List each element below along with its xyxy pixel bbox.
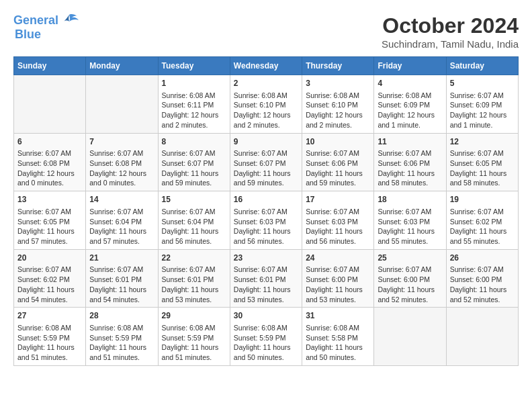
calendar-cell: 24Sunrise: 6:07 AM Sunset: 6:00 PM Dayli…: [302, 249, 374, 308]
logo-blue: Blue: [15, 28, 41, 42]
calendar-cell: 23Sunrise: 6:07 AM Sunset: 6:01 PM Dayli…: [230, 249, 302, 308]
day-number: 16: [234, 194, 298, 205]
calendar-header-row: SundayMondayTuesdayWednesdayThursdayFrid…: [14, 57, 519, 75]
day-number: 14: [89, 194, 154, 205]
calendar-cell: 6Sunrise: 6:07 AM Sunset: 6:08 PM Daylig…: [14, 133, 86, 191]
calendar-cell: 18Sunrise: 6:07 AM Sunset: 6:03 PM Dayli…: [374, 191, 446, 250]
day-number: 2: [234, 78, 298, 89]
day-number: 29: [162, 310, 226, 322]
calendar-body: 1Sunrise: 6:08 AM Sunset: 6:11 PM Daylig…: [14, 75, 519, 366]
calendar-week-row: 27Sunrise: 6:08 AM Sunset: 5:59 PM Dayli…: [14, 308, 519, 366]
calendar-cell: 4Sunrise: 6:08 AM Sunset: 6:09 PM Daylig…: [374, 75, 446, 134]
day-number: 11: [378, 136, 442, 148]
day-of-week-header: Saturday: [446, 57, 518, 75]
logo-bird-icon: [60, 13, 79, 28]
day-info: Sunrise: 6:07 AM Sunset: 6:07 PM Dayligh…: [162, 148, 226, 188]
day-number: 15: [162, 194, 226, 205]
calendar-cell: 28Sunrise: 6:08 AM Sunset: 5:59 PM Dayli…: [86, 308, 158, 366]
logo: General Blue: [13, 13, 79, 42]
day-info: Sunrise: 6:07 AM Sunset: 6:00 PM Dayligh…: [378, 265, 442, 304]
calendar-cell: 29Sunrise: 6:08 AM Sunset: 5:59 PM Dayli…: [158, 308, 230, 366]
day-info: Sunrise: 6:07 AM Sunset: 6:00 PM Dayligh…: [306, 265, 370, 304]
day-info: Sunrise: 6:07 AM Sunset: 6:03 PM Dayligh…: [378, 207, 442, 246]
calendar-table: SundayMondayTuesdayWednesdayThursdayFrid…: [13, 56, 519, 366]
day-number: 7: [89, 136, 154, 148]
page-header: General Blue October 2024 Suchindram, Ta…: [13, 13, 519, 50]
day-info: Sunrise: 6:07 AM Sunset: 6:07 PM Dayligh…: [234, 148, 298, 188]
calendar-week-row: 6Sunrise: 6:07 AM Sunset: 6:08 PM Daylig…: [14, 133, 519, 191]
day-number: 20: [17, 253, 82, 264]
calendar-cell: 15Sunrise: 6:07 AM Sunset: 6:04 PM Dayli…: [158, 191, 230, 250]
day-number: 30: [234, 310, 298, 322]
day-number: 19: [450, 194, 515, 205]
day-info: Sunrise: 6:07 AM Sunset: 6:04 PM Dayligh…: [162, 207, 226, 246]
day-of-week-header: Wednesday: [230, 57, 302, 75]
calendar-cell: [446, 308, 518, 366]
day-info: Sunrise: 6:07 AM Sunset: 6:01 PM Dayligh…: [234, 265, 298, 304]
day-number: 5: [450, 78, 515, 89]
calendar-cell: 19Sunrise: 6:07 AM Sunset: 6:02 PM Dayli…: [446, 191, 518, 250]
calendar-cell: 27Sunrise: 6:08 AM Sunset: 5:59 PM Dayli…: [14, 308, 86, 366]
calendar-cell: 10Sunrise: 6:07 AM Sunset: 6:06 PM Dayli…: [302, 133, 374, 191]
logo-text: General: [13, 14, 58, 28]
calendar-cell: 1Sunrise: 6:08 AM Sunset: 6:11 PM Daylig…: [158, 75, 230, 134]
day-info: Sunrise: 6:07 AM Sunset: 6:03 PM Dayligh…: [306, 207, 370, 246]
day-info: Sunrise: 6:07 AM Sunset: 6:02 PM Dayligh…: [450, 207, 515, 246]
day-info: Sunrise: 6:08 AM Sunset: 5:59 PM Dayligh…: [234, 323, 298, 363]
calendar-cell: 25Sunrise: 6:07 AM Sunset: 6:00 PM Dayli…: [374, 249, 446, 308]
day-number: 18: [378, 194, 442, 205]
calendar-cell: 2Sunrise: 6:08 AM Sunset: 6:10 PM Daylig…: [230, 75, 302, 134]
location: Suchindram, Tamil Nadu, India: [382, 38, 519, 50]
day-number: 26: [450, 253, 515, 264]
day-info: Sunrise: 6:07 AM Sunset: 6:06 PM Dayligh…: [378, 148, 442, 188]
day-of-week-header: Monday: [86, 57, 158, 75]
day-info: Sunrise: 6:08 AM Sunset: 6:11 PM Dayligh…: [162, 91, 226, 130]
calendar-cell: 31Sunrise: 6:08 AM Sunset: 5:58 PM Dayli…: [302, 308, 374, 366]
calendar-cell: 13Sunrise: 6:07 AM Sunset: 6:05 PM Dayli…: [14, 191, 86, 250]
day-info: Sunrise: 6:08 AM Sunset: 5:59 PM Dayligh…: [89, 323, 154, 363]
day-info: Sunrise: 6:07 AM Sunset: 6:03 PM Dayligh…: [234, 207, 298, 246]
day-of-week-header: Sunday: [14, 57, 86, 75]
calendar-cell: 22Sunrise: 6:07 AM Sunset: 6:01 PM Dayli…: [158, 249, 230, 308]
day-info: Sunrise: 6:08 AM Sunset: 5:59 PM Dayligh…: [17, 323, 82, 363]
day-info: Sunrise: 6:07 AM Sunset: 6:05 PM Dayligh…: [450, 148, 515, 188]
month-title: October 2024: [382, 13, 519, 38]
day-of-week-header: Friday: [374, 57, 446, 75]
calendar-cell: 26Sunrise: 6:07 AM Sunset: 6:00 PM Dayli…: [446, 249, 518, 308]
day-number: 8: [162, 136, 226, 148]
day-number: 23: [234, 253, 298, 264]
day-info: Sunrise: 6:08 AM Sunset: 6:10 PM Dayligh…: [306, 91, 370, 130]
day-info: Sunrise: 6:07 AM Sunset: 6:01 PM Dayligh…: [162, 265, 226, 304]
day-info: Sunrise: 6:07 AM Sunset: 6:05 PM Dayligh…: [17, 207, 82, 246]
day-number: 6: [17, 136, 82, 148]
day-info: Sunrise: 6:08 AM Sunset: 6:10 PM Dayligh…: [234, 91, 298, 130]
day-number: 31: [306, 310, 370, 322]
day-info: Sunrise: 6:07 AM Sunset: 6:01 PM Dayligh…: [89, 265, 154, 304]
calendar-cell: 21Sunrise: 6:07 AM Sunset: 6:01 PM Dayli…: [86, 249, 158, 308]
day-info: Sunrise: 6:08 AM Sunset: 5:58 PM Dayligh…: [306, 323, 370, 363]
title-section: October 2024 Suchindram, Tamil Nadu, Ind…: [382, 13, 519, 50]
calendar-week-row: 1Sunrise: 6:08 AM Sunset: 6:11 PM Daylig…: [14, 75, 519, 134]
calendar-cell: 14Sunrise: 6:07 AM Sunset: 6:04 PM Dayli…: [86, 191, 158, 250]
day-number: 3: [306, 78, 370, 89]
day-number: 1: [162, 78, 226, 89]
calendar-cell: 17Sunrise: 6:07 AM Sunset: 6:03 PM Dayli…: [302, 191, 374, 250]
calendar-cell: 7Sunrise: 6:07 AM Sunset: 6:08 PM Daylig…: [86, 133, 158, 191]
day-info: Sunrise: 6:07 AM Sunset: 6:06 PM Dayligh…: [306, 148, 370, 188]
calendar-cell: [14, 75, 86, 134]
day-info: Sunrise: 6:07 AM Sunset: 6:02 PM Dayligh…: [17, 265, 82, 304]
day-number: 27: [17, 310, 82, 322]
calendar-cell: 5Sunrise: 6:07 AM Sunset: 6:09 PM Daylig…: [446, 75, 518, 134]
day-number: 21: [89, 253, 154, 264]
calendar-cell: 8Sunrise: 6:07 AM Sunset: 6:07 PM Daylig…: [158, 133, 230, 191]
day-info: Sunrise: 6:07 AM Sunset: 6:09 PM Dayligh…: [450, 91, 515, 130]
day-number: 22: [162, 253, 226, 264]
day-number: 4: [378, 78, 442, 89]
day-number: 17: [306, 194, 370, 205]
day-info: Sunrise: 6:08 AM Sunset: 6:09 PM Dayligh…: [378, 91, 442, 130]
calendar-cell: [374, 308, 446, 366]
day-number: 9: [234, 136, 298, 148]
calendar-cell: 20Sunrise: 6:07 AM Sunset: 6:02 PM Dayli…: [14, 249, 86, 308]
day-info: Sunrise: 6:07 AM Sunset: 6:00 PM Dayligh…: [450, 265, 515, 304]
day-info: Sunrise: 6:07 AM Sunset: 6:08 PM Dayligh…: [89, 148, 154, 188]
